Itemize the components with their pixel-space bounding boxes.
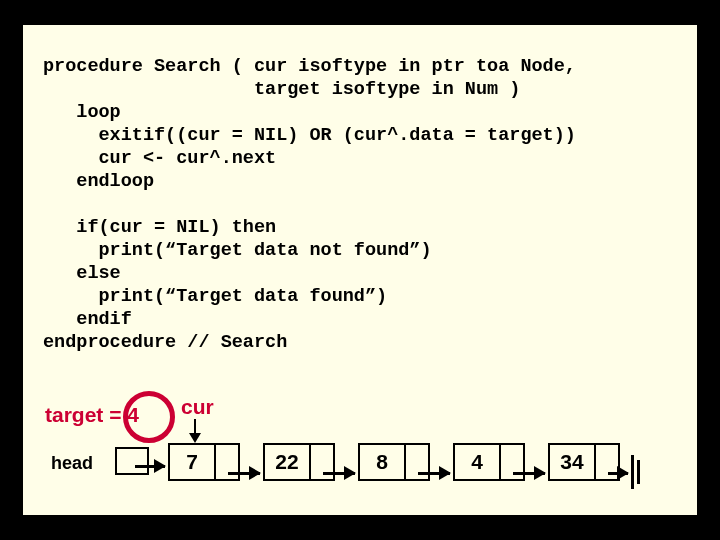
- head-label: head: [51, 453, 93, 474]
- arrow-icon: [135, 465, 165, 468]
- node-value: 7: [170, 445, 214, 479]
- cur-arrow-icon: [194, 419, 196, 435]
- arrow-icon: [323, 472, 355, 475]
- code-line: else: [43, 263, 121, 284]
- node-value: 8: [360, 445, 404, 479]
- node-value: 34: [550, 445, 594, 479]
- target-highlight-circle: [123, 391, 175, 443]
- code-line: exitif((cur = NIL) OR (cur^.data = targe…: [43, 125, 576, 146]
- code-line: cur <- cur^.next: [43, 148, 276, 169]
- arrow-icon: [513, 472, 545, 475]
- code-line: endprocedure // Search: [43, 332, 287, 353]
- code-line: target isoftype in Num ): [43, 79, 520, 100]
- code-line: print(“Target data not found”): [43, 240, 432, 261]
- code-line: if(cur = NIL) then: [43, 217, 276, 238]
- pseudocode-block: procedure Search ( cur isoftype in ptr t…: [43, 55, 576, 354]
- code-line: loop: [43, 102, 121, 123]
- list-node: 4: [453, 443, 525, 481]
- list-node: 34: [548, 443, 620, 481]
- list-node: 8: [358, 443, 430, 481]
- arrow-icon: [228, 472, 260, 475]
- arrow-icon: [608, 472, 628, 475]
- nil-terminator-icon: [631, 455, 634, 489]
- arrow-icon: [418, 472, 450, 475]
- code-line: print(“Target data found”): [43, 286, 387, 307]
- node-value: 22: [265, 445, 309, 479]
- list-node: 7: [168, 443, 240, 481]
- head-pointer-box: [115, 447, 149, 475]
- code-line: procedure Search ( cur isoftype in ptr t…: [43, 56, 576, 77]
- node-value: 4: [455, 445, 499, 479]
- code-line: endloop: [43, 171, 154, 192]
- code-line: endif: [43, 309, 132, 330]
- cur-label: cur: [181, 395, 214, 419]
- list-node: 22: [263, 443, 335, 481]
- nil-terminator-icon: [637, 460, 640, 484]
